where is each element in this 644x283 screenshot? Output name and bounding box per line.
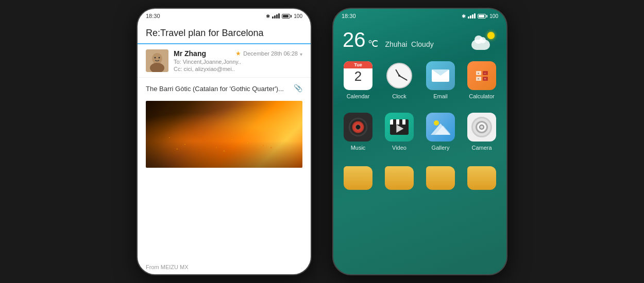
battery-level-right: 100	[489, 13, 498, 19]
signal-icon	[272, 13, 280, 19]
battery-level-left: 100	[294, 13, 302, 19]
sender-name: Mr Zhang	[174, 49, 206, 58]
weather-location: Zhuhai Cloudy	[385, 40, 434, 48]
battery-icon	[282, 14, 292, 19]
date-badge: ★ December 28th 06:28 ▾	[235, 50, 302, 57]
bluetooth-icon: ✱	[266, 13, 270, 19]
calc-btn-times: ×	[476, 77, 481, 81]
play-icon	[396, 125, 403, 133]
signal-icon-right	[468, 13, 476, 19]
folder-icon-2	[385, 166, 414, 190]
app-music[interactable]: Music	[338, 109, 378, 155]
gallery-sun-icon	[434, 120, 439, 126]
sender-row: Mr Zhang ★ December 28th 06:28 ▾	[174, 49, 302, 58]
right-phone: 18:30 ✱ 100 26 ℃ Zhuhai Cloudy	[332, 8, 507, 275]
clock-label: Clock	[392, 93, 406, 99]
video-label: Video	[392, 145, 406, 151]
calendar-icon: Tue 2	[344, 61, 372, 90]
music-label: Music	[351, 145, 366, 151]
app-email[interactable]: Email	[421, 57, 460, 103]
weather-left: 26 ℃ Zhuhai Cloudy	[343, 29, 434, 50]
cloud-icon	[471, 40, 490, 50]
email-footer: From MEIZU MX	[138, 260, 311, 274]
folder-icon-4	[467, 166, 496, 190]
camera-label: Camera	[471, 145, 492, 151]
calc-btn-plus: +	[476, 71, 481, 75]
app-calculator[interactable]: + − × = Calculator	[462, 57, 501, 103]
app-folder-1[interactable]	[338, 162, 378, 194]
battery-icon-right	[478, 14, 487, 19]
svg-point-3	[155, 57, 156, 59]
envelope-icon	[432, 69, 449, 82]
clock-hand-min	[399, 75, 408, 80]
email-date: December 28th 06:28	[243, 50, 298, 57]
left-phone: 18:30 ✱ 100 Re:Travel plan for Barcelona	[137, 8, 312, 275]
app-gallery[interactable]: Gallery	[421, 109, 460, 155]
apps-row-2: Music Video Gallery	[333, 103, 506, 155]
app-camera[interactable]: Camera	[462, 109, 501, 155]
camera-inner	[476, 121, 488, 133]
left-status-icons: ✱ 100	[266, 13, 302, 19]
meta-info: Mr Zhang ★ December 28th 06:28 ▾ To: Vin…	[174, 49, 302, 72]
email-icon	[426, 61, 455, 90]
clock-center	[398, 75, 400, 77]
app-calendar[interactable]: Tue 2 Calendar	[338, 57, 378, 103]
calculator-icon: + − × =	[467, 61, 496, 90]
left-status-bar: 18:30 ✱ 100	[138, 9, 311, 21]
camera-lens	[479, 125, 484, 130]
temp-unit: ℃	[368, 38, 378, 49]
app-folder-3[interactable]	[421, 162, 460, 194]
left-time: 18:30	[146, 13, 160, 19]
svg-point-4	[159, 57, 160, 59]
email-subject: Re:Travel plan for Barcelona	[146, 27, 302, 39]
avatar	[146, 49, 168, 72]
apps-row-1: Tue 2 Calendar Clock	[333, 52, 506, 103]
mountain-icon	[431, 119, 450, 135]
video-icon	[385, 113, 414, 142]
right-status-bar: 18:30 ✱ 100	[333, 9, 506, 21]
app-folder-4[interactable]	[462, 162, 501, 194]
calc-btn-equals: =	[483, 77, 488, 81]
sun-icon	[487, 32, 495, 39]
app-video[interactable]: Video	[380, 109, 419, 155]
temperature: 26	[343, 29, 366, 50]
email-image	[146, 101, 302, 168]
gallery-icon	[426, 113, 455, 142]
apps-row-3-partial	[333, 157, 506, 194]
cal-header: Tue	[344, 61, 372, 68]
folder-icon-1	[344, 166, 372, 190]
clapboard-icon	[390, 119, 409, 135]
weather-icon	[471, 29, 497, 50]
clock-icon	[385, 61, 414, 90]
email-label: Email	[433, 93, 448, 99]
app-folder-2[interactable]	[380, 162, 419, 194]
clock-face	[386, 63, 412, 89]
email-text: The Barri Gòtic (Catalan for 'Gothic Qua…	[146, 84, 302, 95]
star-icon: ★	[235, 50, 241, 57]
weather-section: 26 ℃ Zhuhai Cloudy	[333, 25, 506, 52]
attachment-icon: 📎	[294, 84, 302, 92]
cc-line: Cc: cici, alizyxiao@mei..	[174, 66, 302, 72]
calc-buttons: + − × =	[474, 69, 490, 83]
svg-point-1	[152, 53, 162, 64]
camera-icon	[467, 113, 496, 142]
calculator-label: Calculator	[469, 93, 495, 99]
right-screen: 26 ℃ Zhuhai Cloudy Tue 2 Calendar	[333, 9, 506, 274]
app-clock[interactable]: Clock	[380, 57, 419, 103]
music-disc	[349, 118, 367, 136]
camera-outer	[471, 117, 492, 137]
city-lights	[146, 101, 302, 168]
calc-btn-minus: −	[483, 71, 488, 75]
email-body: 📎 The Barri Gòtic (Catalan for 'Gothic Q…	[138, 78, 311, 260]
right-time: 18:30	[342, 13, 356, 19]
cal-day: 2	[354, 68, 362, 84]
email-meta: Mr Zhang ★ December 28th 06:28 ▾ To: Vin…	[138, 44, 311, 78]
bluetooth-icon-right: ✱	[462, 13, 466, 19]
email-header: Re:Travel plan for Barcelona	[138, 21, 311, 44]
right-status-icons: ✱ 100	[462, 13, 498, 19]
expand-icon: ▾	[300, 51, 302, 57]
music-icon	[344, 113, 372, 142]
left-screen: Re:Travel plan for Barcelona Mr Zhang	[138, 21, 311, 274]
gallery-label: Gallery	[432, 145, 450, 151]
calendar-label: Calendar	[347, 93, 370, 99]
